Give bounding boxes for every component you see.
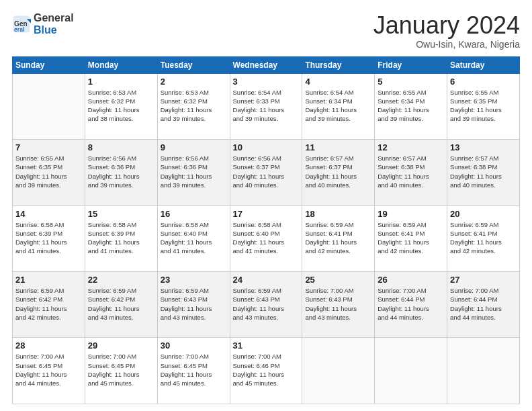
- day-number: 22: [88, 275, 154, 285]
- day-info: Sunrise: 6:58 AMSunset: 6:39 PMDaylight:…: [88, 220, 154, 256]
- logo: Gen eral General Blue: [12, 12, 74, 36]
- day-info: Sunrise: 6:56 AMSunset: 6:36 PMDaylight:…: [161, 154, 227, 189]
- calendar-cell: 23Sunrise: 6:59 AMSunset: 6:43 PMDayligh…: [157, 272, 230, 338]
- day-number: 2: [161, 77, 227, 87]
- day-info: Sunrise: 6:55 AMSunset: 6:35 PMDaylight:…: [15, 154, 82, 189]
- day-info: Sunrise: 6:58 AMSunset: 6:40 PMDaylight:…: [161, 220, 227, 256]
- calendar-cell: 3Sunrise: 6:54 AMSunset: 6:33 PMDaylight…: [230, 73, 302, 139]
- calendar-cell: [375, 338, 447, 404]
- day-number: 3: [233, 77, 300, 87]
- day-number: 12: [378, 142, 444, 152]
- day-info: Sunrise: 6:56 AMSunset: 6:36 PMDaylight:…: [88, 154, 154, 189]
- day-number: 19: [378, 209, 444, 219]
- day-number: 21: [15, 275, 82, 285]
- calendar-cell: 28Sunrise: 7:00 AMSunset: 6:45 PMDayligh…: [13, 338, 85, 404]
- calendar-cell: 9Sunrise: 6:56 AMSunset: 6:36 PMDaylight…: [157, 140, 230, 205]
- day-info: Sunrise: 7:00 AMSunset: 6:44 PMDaylight:…: [450, 286, 517, 322]
- calendar-cell: 22Sunrise: 6:59 AMSunset: 6:42 PMDayligh…: [85, 272, 157, 338]
- calendar-week-row: 1Sunrise: 6:53 AMSunset: 6:32 PMDaylight…: [13, 73, 520, 139]
- day-info: Sunrise: 6:55 AMSunset: 6:34 PMDaylight:…: [378, 88, 444, 124]
- day-info: Sunrise: 6:56 AMSunset: 6:37 PMDaylight:…: [233, 154, 300, 189]
- day-info: Sunrise: 6:53 AMSunset: 6:32 PMDaylight:…: [88, 88, 154, 124]
- day-info: Sunrise: 6:59 AMSunset: 6:41 PMDaylight:…: [378, 220, 444, 256]
- calendar-cell: 26Sunrise: 7:00 AMSunset: 6:44 PMDayligh…: [375, 272, 447, 338]
- day-info: Sunrise: 6:59 AMSunset: 6:42 PMDaylight:…: [15, 286, 82, 322]
- day-info: Sunrise: 6:59 AMSunset: 6:43 PMDaylight:…: [161, 286, 227, 322]
- calendar-cell: 2Sunrise: 6:53 AMSunset: 6:32 PMDaylight…: [157, 73, 230, 139]
- calendar-cell: 27Sunrise: 7:00 AMSunset: 6:44 PMDayligh…: [447, 272, 520, 338]
- day-number: 10: [233, 142, 300, 152]
- day-number: 28: [15, 340, 82, 351]
- day-number: 1: [88, 77, 154, 87]
- day-info: Sunrise: 6:59 AMSunset: 6:42 PMDaylight:…: [88, 286, 154, 322]
- day-info: Sunrise: 6:59 AMSunset: 6:41 PMDaylight:…: [305, 220, 371, 256]
- calendar-cell: 5Sunrise: 6:55 AMSunset: 6:34 PMDaylight…: [375, 73, 447, 139]
- col-header-sunday: Sunday: [13, 56, 85, 73]
- calendar-cell: 21Sunrise: 6:59 AMSunset: 6:42 PMDayligh…: [13, 272, 85, 338]
- day-info: Sunrise: 6:57 AMSunset: 6:38 PMDaylight:…: [450, 154, 517, 189]
- calendar-cell: 13Sunrise: 6:57 AMSunset: 6:38 PMDayligh…: [447, 140, 520, 205]
- day-number: 13: [450, 142, 517, 152]
- calendar-cell: 16Sunrise: 6:58 AMSunset: 6:40 PMDayligh…: [157, 205, 230, 271]
- calendar-cell: [447, 338, 520, 404]
- calendar-page: Gen eral General Blue January 2024 Owu-I…: [0, 0, 532, 411]
- day-number: 20: [450, 209, 517, 219]
- col-header-tuesday: Tuesday: [157, 56, 230, 73]
- day-number: 31: [233, 340, 300, 351]
- day-number: 9: [161, 142, 227, 152]
- logo-general: General: [34, 12, 74, 24]
- day-info: Sunrise: 6:53 AMSunset: 6:32 PMDaylight:…: [161, 88, 227, 124]
- day-number: 8: [88, 142, 154, 152]
- calendar-week-row: 28Sunrise: 7:00 AMSunset: 6:45 PMDayligh…: [13, 338, 520, 404]
- day-number: 18: [305, 209, 371, 219]
- day-number: 4: [305, 77, 371, 87]
- day-number: 11: [305, 142, 371, 152]
- calendar-header-row: SundayMondayTuesdayWednesdayThursdayFrid…: [13, 56, 520, 73]
- calendar-cell: 4Sunrise: 6:54 AMSunset: 6:34 PMDaylight…: [302, 73, 375, 139]
- day-info: Sunrise: 6:55 AMSunset: 6:35 PMDaylight:…: [450, 88, 517, 124]
- calendar-title: January 2024: [373, 12, 520, 39]
- day-info: Sunrise: 7:00 AMSunset: 6:46 PMDaylight:…: [233, 352, 300, 387]
- day-info: Sunrise: 6:58 AMSunset: 6:39 PMDaylight:…: [15, 220, 82, 256]
- day-info: Sunrise: 6:57 AMSunset: 6:38 PMDaylight:…: [378, 154, 444, 189]
- day-number: 6: [450, 77, 517, 87]
- day-number: 14: [15, 209, 82, 219]
- calendar-week-row: 14Sunrise: 6:58 AMSunset: 6:39 PMDayligh…: [13, 205, 520, 271]
- calendar-cell: 20Sunrise: 6:59 AMSunset: 6:41 PMDayligh…: [447, 205, 520, 271]
- title-block: January 2024 Owu-Isin, Kwara, Nigeria: [373, 12, 520, 50]
- calendar-cell: 29Sunrise: 7:00 AMSunset: 6:45 PMDayligh…: [85, 338, 157, 404]
- day-number: 5: [378, 77, 444, 87]
- day-number: 16: [161, 209, 227, 219]
- calendar-cell: 6Sunrise: 6:55 AMSunset: 6:35 PMDaylight…: [447, 73, 520, 139]
- logo-icon: Gen eral: [12, 15, 31, 34]
- day-number: 7: [15, 142, 82, 152]
- calendar-cell: 24Sunrise: 6:59 AMSunset: 6:43 PMDayligh…: [230, 272, 302, 338]
- calendar-cell: 18Sunrise: 6:59 AMSunset: 6:41 PMDayligh…: [302, 205, 375, 271]
- calendar-week-row: 7Sunrise: 6:55 AMSunset: 6:35 PMDaylight…: [13, 140, 520, 205]
- day-info: Sunrise: 6:57 AMSunset: 6:37 PMDaylight:…: [305, 154, 371, 189]
- calendar-cell: 17Sunrise: 6:58 AMSunset: 6:40 PMDayligh…: [230, 205, 302, 271]
- calendar-table: SundayMondayTuesdayWednesdayThursdayFrid…: [12, 56, 520, 404]
- col-header-saturday: Saturday: [447, 56, 520, 73]
- day-number: 17: [233, 209, 300, 219]
- day-info: Sunrise: 7:00 AMSunset: 6:45 PMDaylight:…: [88, 352, 154, 387]
- col-header-friday: Friday: [375, 56, 447, 73]
- day-info: Sunrise: 6:59 AMSunset: 6:43 PMDaylight:…: [233, 286, 300, 322]
- day-number: 30: [161, 340, 227, 351]
- calendar-subtitle: Owu-Isin, Kwara, Nigeria: [373, 39, 520, 50]
- day-info: Sunrise: 7:00 AMSunset: 6:43 PMDaylight:…: [305, 286, 371, 322]
- calendar-cell: 25Sunrise: 7:00 AMSunset: 6:43 PMDayligh…: [302, 272, 375, 338]
- svg-text:eral: eral: [14, 26, 24, 32]
- day-number: 25: [305, 275, 371, 285]
- header: Gen eral General Blue January 2024 Owu-I…: [12, 12, 520, 50]
- day-info: Sunrise: 7:00 AMSunset: 6:45 PMDaylight:…: [161, 352, 227, 387]
- day-number: 29: [88, 340, 154, 351]
- day-number: 23: [161, 275, 227, 285]
- logo-blue: Blue: [34, 24, 57, 36]
- calendar-week-row: 21Sunrise: 6:59 AMSunset: 6:42 PMDayligh…: [13, 272, 520, 338]
- calendar-cell: 31Sunrise: 7:00 AMSunset: 6:46 PMDayligh…: [230, 338, 302, 404]
- calendar-cell: [302, 338, 375, 404]
- calendar-cell: 1Sunrise: 6:53 AMSunset: 6:32 PMDaylight…: [85, 73, 157, 139]
- calendar-cell: 7Sunrise: 6:55 AMSunset: 6:35 PMDaylight…: [13, 140, 85, 205]
- day-info: Sunrise: 7:00 AMSunset: 6:45 PMDaylight:…: [15, 352, 82, 387]
